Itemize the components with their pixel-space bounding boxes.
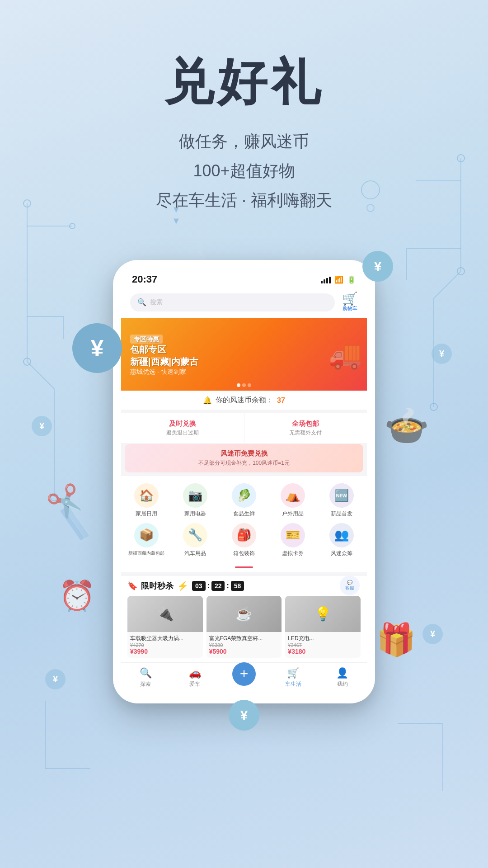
cart-label: 购物车: [343, 305, 357, 312]
cat-icon-food: 🥬: [232, 483, 256, 508]
cat-icon-bags: 🎒: [232, 523, 256, 547]
svg-point-6: [430, 403, 437, 410]
category-crowdfund[interactable]: 👥 风迷众筹: [320, 523, 363, 557]
product-name-1: 富光FGA荣致真空杯...: [209, 635, 279, 642]
subtitle-line1: 做任务，赚风迷币: [0, 127, 488, 156]
product-row: 🔌 车载吸尘器大吸力涡... ¥4270 ¥3990 ☕: [127, 596, 361, 658]
float-yuan-right-top: ¥: [432, 344, 452, 364]
redeem-section[interactable]: 风迷币免费兑换 不足部分可现金补充，100风迷币=1元: [125, 444, 363, 472]
banner-title-line1: 专区特惠: [130, 333, 198, 344]
lightning-icon: ⚡: [177, 580, 188, 591]
life-label: 车生活: [285, 680, 301, 688]
battery-icon: 🔋: [347, 275, 356, 284]
cat-label-crowdfund: 风迷众筹: [331, 550, 352, 557]
search-icon: 🔍: [137, 298, 146, 307]
explore-label: 探索: [140, 680, 151, 688]
search-bar[interactable]: 🔍 搜索: [130, 293, 335, 311]
category-virtual[interactable]: 🎫 虚拟卡券: [271, 523, 314, 557]
phone-mockup: 20:37 📶 🔋 🔍 搜索: [113, 260, 375, 703]
category-appliances[interactable]: 📷 家用电器: [174, 483, 217, 518]
cat-icon-virtual: 🎫: [281, 523, 305, 547]
product-item-2[interactable]: 💡 LED充电... ¥3467 ¥3180: [285, 596, 361, 658]
nav-car[interactable]: 🚗 爱车: [170, 667, 220, 688]
hero-subtitle: 做任务，赚风迷币 100+超值好物 尽在车生活 · 福利嗨翻天: [0, 127, 488, 215]
deco-yuan-large: ¥: [72, 323, 122, 373]
product-original-price-1: ¥6380: [209, 642, 279, 648]
action-row: 及时兑换 避免退出过期 全场包邮 无需额外支付: [121, 413, 367, 443]
more-indicator: [121, 565, 367, 572]
action-free-shipping[interactable]: 全场包邮 无需额外支付: [244, 413, 367, 443]
category-bags[interactable]: 🎒 箱包装饰: [222, 523, 266, 557]
coins-balance-value: 37: [277, 396, 285, 405]
action-title-0: 及时兑换: [126, 420, 239, 428]
product-item-1[interactable]: ☕ 富光FGA荣致真空杯... ¥6380 ¥5900: [206, 596, 282, 658]
nav-explore[interactable]: 🔍 探索: [121, 667, 170, 688]
life-icon: 🛒: [287, 667, 299, 679]
product-name-0: 车载吸尘器大吸力涡...: [130, 635, 200, 642]
flash-sale-section: 🔖 限时秒杀 ⚡ 03 : 22 : 58 🔌: [121, 576, 367, 662]
cat-label-virtual: 虚拟卡券: [282, 550, 304, 557]
search-placeholder: 搜索: [150, 298, 163, 307]
hero-title: 兑好礼: [0, 54, 488, 109]
product-img-1: ☕: [206, 596, 282, 632]
status-icons: 📶 🔋: [321, 275, 356, 284]
timer-colon-1: :: [207, 582, 210, 590]
product-img-2: 💡: [285, 596, 361, 632]
cat-icon-household: 🏠: [134, 483, 159, 508]
cat-label-region: 新疆西藏内蒙包邮: [128, 550, 164, 556]
product-original-price-2: ¥3467: [288, 642, 358, 648]
chat-icon: 💬: [347, 580, 352, 585]
signal-icon: [321, 275, 331, 283]
category-outdoor[interactable]: ⛺ 户外用品: [271, 483, 314, 518]
action-timely-redeem[interactable]: 及时兑换 避免退出过期: [121, 413, 244, 443]
coins-balance-icon: 🔔: [203, 396, 212, 405]
action-sub-1: 无需额外支付: [249, 429, 363, 437]
profile-icon: 👤: [336, 667, 348, 679]
category-region[interactable]: 📦 新疆西藏内蒙包邮: [125, 523, 168, 557]
status-bar: 20:37 📶 🔋: [121, 268, 367, 289]
product-original-price-0: ¥4270: [130, 642, 200, 648]
redeem-subtitle: 不足部分可现金补充，100风迷币=1元: [132, 459, 356, 467]
subtitle-line3: 尽在车生活 · 福利嗨翻天: [0, 186, 488, 215]
product-info-0: 车载吸尘器大吸力涡... ¥4270 ¥3990: [127, 632, 203, 658]
cat-icon-new: 🆕: [329, 483, 354, 508]
phone-inner: 20:37 📶 🔋 🔍 搜索: [121, 268, 367, 695]
timer-hours: 03: [192, 581, 206, 591]
cat-label-auto: 汽车用品: [184, 550, 206, 557]
category-household[interactable]: 🏠 家居日用: [125, 483, 168, 518]
nav-profile[interactable]: 👤 我约: [318, 667, 367, 688]
add-circle-button[interactable]: +: [232, 662, 256, 686]
banner[interactable]: 专区特惠 包邮专区 新疆|西藏|内蒙古 惠城优选 · 快速到家 🚚: [121, 318, 367, 391]
svg-point-1: [23, 358, 31, 365]
cat-label-outdoor: 户外用品: [282, 510, 304, 518]
flash-label: 限时秒杀: [141, 580, 174, 591]
coins-balance-bar: 🔔 你的风迷币余额： 37: [121, 391, 367, 410]
product-info-1: 富光FGA荣致真空杯... ¥6380 ¥5900: [206, 632, 282, 658]
hero-section: 兑好礼 做任务，赚风迷币 100+超值好物 尽在车生活 · 福利嗨翻天: [0, 0, 488, 233]
product-sale-price-2: ¥3180: [288, 648, 358, 655]
deco-yuan-bottom: ¥: [229, 700, 259, 731]
float-yuan-left: ¥: [32, 416, 52, 436]
nav-life[interactable]: 🛒 车生活: [268, 667, 318, 688]
product-sale-price-1: ¥5900: [209, 648, 279, 655]
product-info-2: LED充电... ¥3467 ¥3180: [285, 632, 361, 658]
action-title-1: 全场包邮: [249, 420, 363, 428]
float-yuan-left-bot: ¥: [45, 669, 66, 689]
nav-add[interactable]: +: [220, 670, 269, 686]
cat-icon-outdoor: ⛺: [281, 483, 305, 508]
app-header: 🔍 搜索 🛒 购物车: [121, 289, 367, 318]
cart-button[interactable]: 🛒 购物车: [342, 292, 358, 312]
category-auto[interactable]: 🔧 汽车用品: [174, 523, 217, 557]
category-new[interactable]: 🆕 新品首发: [320, 483, 363, 518]
category-grid: 🏠 家居日用 📷 家用电器 🥬 食品生鲜 ⛺ 户外用品 🆕 新品首发: [121, 476, 367, 564]
timer-seconds: 58: [231, 581, 244, 591]
deco-yuan-small-top: ¥: [362, 251, 393, 282]
flash-icon: 🔖: [127, 581, 137, 591]
banner-subtitle: 惠城优选 · 快速到家: [130, 368, 198, 376]
cat-icon-crowdfund: 👥: [329, 523, 354, 547]
banner-badge: 专区特惠: [130, 335, 163, 344]
action-sub-0: 避免退出过期: [126, 429, 239, 437]
product-item-0[interactable]: 🔌 车载吸尘器大吸力涡... ¥4270 ¥3990: [127, 596, 203, 658]
category-food[interactable]: 🥬 食品生鲜: [222, 483, 266, 518]
timer-colon-2: :: [226, 582, 229, 590]
